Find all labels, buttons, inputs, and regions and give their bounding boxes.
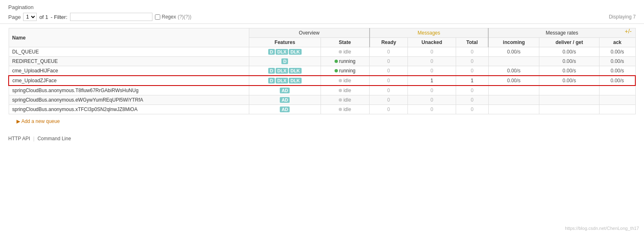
table-row[interactable]: cme_UploadHlJFaceDDLXDLKrunning0000.00/s…: [9, 66, 635, 76]
deliver-get-col-header: deliver / get: [539, 38, 600, 47]
queue-deliver-get: 0.00/s: [539, 76, 600, 86]
queue-state: idle: [321, 47, 369, 57]
features-col-header: Features: [249, 38, 321, 47]
queue-ack: 0.00/s: [599, 66, 635, 76]
queue-features: AD: [249, 105, 321, 114]
queue-ack: 0.00/s: [599, 47, 635, 57]
queue-unacked: 0: [408, 47, 456, 57]
queue-state: idle: [321, 86, 369, 95]
queue-ack: [599, 86, 635, 95]
queue-ack: 0.00/s: [599, 57, 635, 66]
table-row[interactable]: springCloudBus.anonymous.T8fluw67RrGAbiR…: [9, 86, 635, 95]
queue-ready: 0: [370, 105, 408, 114]
queue-incoming: [488, 105, 539, 114]
filter-input[interactable]: [70, 13, 152, 21]
queue-state: running: [321, 57, 369, 66]
queue-incoming: [488, 57, 539, 66]
queue-deliver-get: [539, 86, 600, 95]
queue-total: 1: [456, 76, 488, 86]
queue-name: cme_UploadZJFace: [9, 76, 249, 86]
queue-name: springCloudBus.anonymous.eWGywYumREqUPl5…: [9, 95, 249, 105]
table-row[interactable]: springCloudBus.anonymous.eWGywYumREqUPl5…: [9, 95, 635, 105]
queue-ready: 0: [370, 66, 408, 76]
queue-unacked: 1: [408, 76, 456, 86]
page-select[interactable]: 1: [23, 13, 37, 21]
unacked-col-header: Unacked: [408, 38, 456, 47]
queue-features: D: [249, 57, 321, 66]
of-label: of 1: [39, 14, 48, 20]
ready-col-header: Ready: [370, 38, 408, 47]
queue-ready: 0: [370, 47, 408, 57]
add-queue-link[interactable]: ▶ Add a new queue: [16, 118, 60, 124]
messages-group-header: Messages: [370, 28, 489, 38]
queue-name: DL_QUEUE: [9, 47, 249, 57]
name-col-header: Name: [9, 28, 249, 47]
queue-deliver-get: [539, 95, 600, 105]
queue-unacked: 0: [408, 57, 456, 66]
http-api-link[interactable]: HTTP API: [8, 136, 30, 141]
queue-incoming: 0.00/s: [488, 47, 539, 57]
queue-deliver-get: 0.00/s: [539, 57, 600, 66]
queue-deliver-get: 0.00/s: [539, 47, 600, 57]
table-row[interactable]: cme_UploadZJFaceDDLXDLKidle0110.00/s0.00…: [9, 76, 635, 86]
ack-col-header: ack: [599, 38, 635, 47]
queue-incoming: [488, 86, 539, 95]
queue-unacked: 0: [408, 105, 456, 114]
queue-total: 0: [456, 95, 488, 105]
add-queue-label: Add a new queue: [21, 118, 60, 124]
pagination-title: Pagination: [8, 4, 636, 10]
queue-ready: 0: [370, 57, 408, 66]
regex-checkbox[interactable]: [155, 14, 160, 20]
queue-incoming: 0.00/s: [488, 66, 539, 76]
queue-total: 0: [456, 66, 488, 76]
queue-total: 0: [456, 86, 488, 95]
queue-state: idle: [321, 95, 369, 105]
queue-ready: 0: [370, 76, 408, 86]
queue-unacked: 0: [408, 95, 456, 105]
queue-incoming: 0.00/s: [488, 76, 539, 86]
queue-features: AD: [249, 95, 321, 105]
plus-minus-toggle[interactable]: +/-: [625, 28, 632, 35]
queue-name: springCloudBus.anonymous.T8fluw67RrGAbiR…: [9, 86, 249, 95]
queue-features: DDLXDLK: [249, 66, 321, 76]
incoming-col-header: incoming: [488, 38, 539, 47]
displaying-count: Displaying 7: [609, 14, 636, 20]
page-label: Page: [8, 14, 21, 20]
queue-total: 0: [456, 47, 488, 57]
queue-ack: [599, 95, 635, 105]
filter-label: - Filter:: [51, 14, 67, 20]
queue-state: idle: [321, 105, 369, 114]
queue-name: springCloudBus.anonymous.xTFCI3p0SN2qlnw…: [9, 105, 249, 114]
queue-deliver-get: [539, 105, 600, 114]
queue-state: idle: [321, 76, 369, 86]
state-col-header: State: [321, 38, 369, 47]
queue-features: DDLXDLK: [249, 47, 321, 57]
queue-ready: 0: [370, 95, 408, 105]
queue-ack: [599, 105, 635, 114]
regex-label[interactable]: Regex (?)(?)): [155, 14, 192, 20]
footer-links: HTTP API | Command Line: [0, 132, 644, 145]
queue-deliver-get: 0.00/s: [539, 66, 600, 76]
queue-unacked: 0: [408, 86, 456, 95]
watermark: https://blog.csdn.net/ChenLong_th17: [565, 226, 639, 231]
table-row[interactable]: REDIRECT_QUEUEDrunning0000.00/s0.00/s: [9, 57, 635, 66]
table-row[interactable]: springCloudBus.anonymous.xTFCI3p0SN2qlnw…: [9, 105, 635, 114]
queue-features: AD: [249, 86, 321, 95]
regex-help: (?)(?)): [178, 14, 191, 20]
command-line-link[interactable]: Command Line: [37, 136, 71, 141]
regex-text: Regex: [162, 14, 176, 20]
table-row[interactable]: DL_QUEUEDDLXDLKidle0000.00/s0.00/s0.00/s: [9, 47, 635, 57]
queue-name: cme_UploadHlJFace: [9, 66, 249, 76]
message-rates-group-header: Message rates: [488, 28, 635, 38]
footer-separator: |: [33, 136, 34, 141]
queue-state: running: [321, 66, 369, 76]
queue-total: 0: [456, 57, 488, 66]
queue-unacked: 0: [408, 66, 456, 76]
total-col-header: Total: [456, 38, 488, 47]
add-queue-section: ▶ Add a new queue: [8, 114, 636, 128]
overview-group-header: Overview: [249, 28, 370, 38]
add-queue-arrow: ▶: [16, 118, 20, 124]
queue-features: DDLXDLK: [249, 76, 321, 86]
queue-name: REDIRECT_QUEUE: [9, 57, 249, 66]
queue-ack: 0.00/s: [599, 76, 635, 86]
